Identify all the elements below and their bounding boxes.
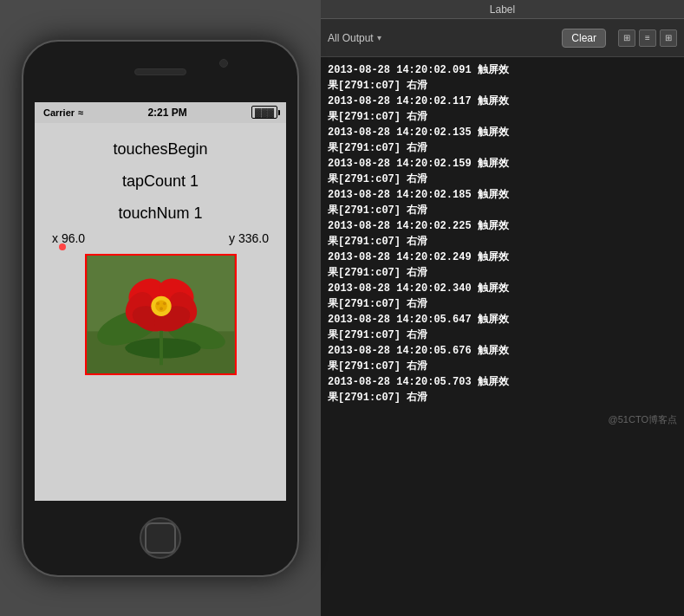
control-btn-2[interactable]: ≡: [639, 29, 656, 47]
flower-image: [85, 254, 237, 375]
wifi-icon: ≈: [78, 107, 83, 118]
log-line: 2013-08-28 14:20:05.647 触屏效: [328, 312, 677, 327]
battery-icon: ▓▓▓: [251, 106, 277, 119]
log-line: 果[2791:c07] 右滑: [328, 78, 677, 94]
log-line: 果[2791:c07] 右滑: [328, 296, 677, 312]
log-line: 2013-08-28 14:20:02.135 触屏效: [328, 125, 677, 140]
log-line: 果[2791:c07] 右滑: [328, 390, 677, 405]
log-line: 果[2791:c07] 右滑: [328, 109, 677, 125]
log-line: 果[2791:c07] 右滑: [328, 203, 677, 218]
iphone-device: Carrier ≈ 2:21 PM ▓▓▓ touchesBegin tapCo…: [22, 40, 299, 577]
tab-label-text: Label: [490, 3, 515, 16]
log-line: 果[2791:c07] 右滑: [328, 234, 677, 250]
top-bezel: [23, 42, 297, 102]
tab-dropdown-icon: ▾: [377, 33, 381, 42]
console-controls: ⊞ ≡ ⊞: [618, 29, 677, 47]
touch-dot: [59, 243, 66, 250]
tab-label-area: Label: [321, 0, 684, 19]
console-header: All Output ▾ Clear ⊞ ≡ ⊞: [321, 19, 684, 57]
log-line: 2013-08-28 14:20:05.676 触屏效: [328, 343, 677, 359]
control-btn-3[interactable]: ⊞: [660, 29, 677, 47]
svg-point-17: [160, 307, 163, 310]
camera: [219, 59, 228, 68]
log-line: 果[2791:c07] 右滑: [328, 140, 677, 156]
log-line: 2013-08-28 14:20:02.159 触屏效: [328, 156, 677, 172]
iphone-screen: Carrier ≈ 2:21 PM ▓▓▓ touchesBegin tapCo…: [35, 102, 286, 501]
watermark: @51CTO博客点: [328, 405, 677, 427]
coordinates-row: x 96.0 y 336.0: [43, 231, 277, 245]
log-line: 2013-08-28 14:20:02.340 触屏效: [328, 281, 677, 296]
log-line: 2013-08-28 14:20:02.091 触屏效: [328, 62, 677, 78]
log-line: 2013-08-28 14:20:02.117 触屏效: [328, 94, 677, 109]
speaker: [134, 68, 186, 75]
clear-button[interactable]: Clear: [562, 29, 606, 48]
console-output[interactable]: 2013-08-28 14:20:02.091 触屏效果[2791:c07] 右…: [321, 57, 684, 616]
log-line: 果[2791:c07] 右滑: [328, 359, 677, 374]
log-line: 2013-08-28 14:20:02.249 触屏效: [328, 250, 677, 265]
app-content: touchesBegin tapCount 1 touchNum 1 x 96.…: [35, 123, 286, 501]
log-line: 2013-08-28 14:20:05.703 触屏效: [328, 374, 677, 390]
touch-num-label: touchNum 1: [118, 204, 202, 223]
touches-begin-label: touchesBegin: [113, 140, 207, 159]
home-button[interactable]: [140, 517, 181, 559]
log-line: 2013-08-28 14:20:02.185 触屏效: [328, 187, 677, 203]
carrier-label: Carrier: [43, 107, 75, 118]
tap-count-label: tapCount 1: [122, 172, 199, 191]
flower-svg: [87, 256, 235, 373]
all-output-label: All Output: [328, 32, 374, 44]
svg-point-15: [156, 302, 160, 305]
status-left: Carrier ≈: [43, 107, 83, 118]
console-tab[interactable]: All Output ▾: [328, 32, 381, 44]
time-label: 2:21 PM: [147, 107, 186, 119]
simulator-panel: Carrier ≈ 2:21 PM ▓▓▓ touchesBegin tapCo…: [0, 0, 321, 616]
control-btn-1[interactable]: ⊞: [618, 29, 635, 47]
bottom-bezel: [140, 501, 181, 575]
log-line: 果[2791:c07] 右滑: [328, 265, 677, 281]
console-panel: Label All Output ▾ Clear ⊞ ≡ ⊞ 2013-08-2…: [321, 0, 684, 616]
status-bar: Carrier ≈ 2:21 PM ▓▓▓: [35, 102, 286, 123]
coord-y-label: y 336.0: [229, 231, 269, 245]
svg-point-16: [162, 302, 166, 305]
coord-x-label: x 96.0: [52, 231, 85, 245]
log-line: 果[2791:c07] 右滑: [328, 327, 677, 343]
home-button-inner: [145, 522, 176, 554]
log-line: 果[2791:c07] 右滑: [328, 172, 677, 187]
log-line: 2013-08-28 14:20:02.225 触屏效: [328, 218, 677, 234]
